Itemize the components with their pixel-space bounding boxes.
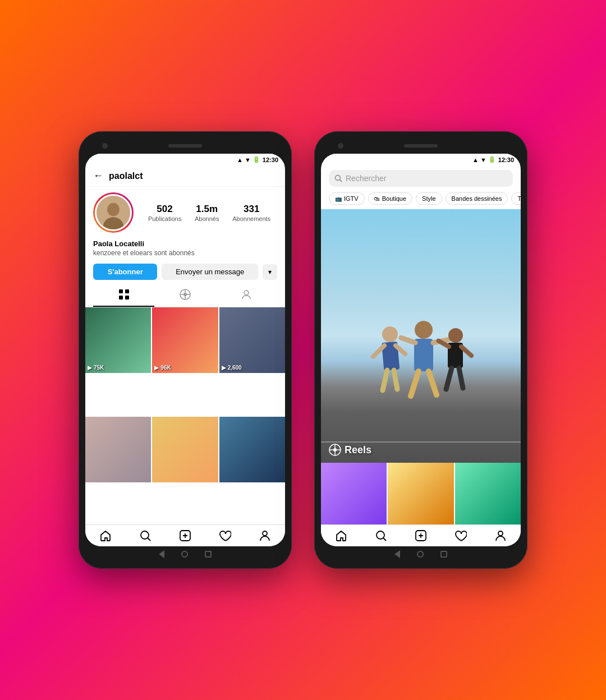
full-name: Paola Locatelli bbox=[93, 240, 277, 248]
nav-profile-left[interactable] bbox=[259, 529, 271, 542]
people-scene bbox=[321, 285, 521, 463]
views-1: 75K bbox=[94, 365, 104, 371]
nav-back-button-left[interactable] bbox=[159, 550, 164, 558]
subscriptions-number: 331 bbox=[244, 204, 259, 215]
nav-recents-button-left[interactable] bbox=[205, 551, 212, 558]
svg-point-34 bbox=[448, 328, 463, 343]
svg-point-20 bbox=[336, 176, 341, 181]
views-3: 2,600 bbox=[228, 365, 242, 371]
grid-overlay-3: ▶ 2,600 bbox=[222, 365, 242, 371]
nav-home-button-left[interactable] bbox=[181, 551, 188, 558]
followers-note: kenzoere et eloears sont abonnés bbox=[93, 249, 277, 257]
stat-publications: 502 Publications bbox=[148, 204, 181, 222]
svg-point-14 bbox=[141, 531, 149, 539]
grid-overlay-2: ▶ 96K bbox=[154, 365, 171, 371]
battery-icon-right: 🔋 bbox=[488, 156, 496, 163]
nav-recents-button-right[interactable] bbox=[440, 551, 447, 558]
time-right: 12:30 bbox=[498, 156, 514, 163]
views-2: 96K bbox=[160, 365, 171, 371]
speaker-left bbox=[168, 144, 202, 148]
camera-dot-left bbox=[102, 143, 108, 149]
tab-reels[interactable] bbox=[154, 283, 215, 307]
grid-item-2[interactable]: ▶ 96K bbox=[152, 307, 218, 373]
grid-item-1[interactable]: ▶ 75K bbox=[85, 307, 151, 373]
avatar-wrapper bbox=[93, 192, 134, 233]
grid-overlay-1: ▶ 75K bbox=[88, 365, 104, 371]
nav-add-left[interactable] bbox=[179, 529, 191, 542]
reels-main-image[interactable]: Reels bbox=[321, 209, 521, 463]
nav-add-right[interactable] bbox=[415, 529, 427, 542]
search-icon bbox=[334, 174, 342, 182]
svg-point-51 bbox=[498, 531, 503, 536]
thumb-1[interactable] bbox=[321, 463, 387, 524]
grid-item-3[interactable]: ▶ 2,600 bbox=[219, 307, 285, 373]
nav-home-button-right[interactable] bbox=[417, 551, 424, 558]
play-icon-2: ▶ bbox=[154, 365, 159, 371]
thumb-3[interactable] bbox=[455, 463, 521, 524]
grid-item-4[interactable] bbox=[85, 417, 151, 482]
chip-style[interactable]: Style bbox=[416, 192, 442, 205]
svg-point-41 bbox=[333, 448, 337, 452]
svg-line-30 bbox=[401, 334, 415, 346]
profile-header: ← paolalct bbox=[85, 165, 285, 187]
svg-point-1 bbox=[107, 203, 120, 217]
status-icons-left: ▲ ▼ 🔋 bbox=[237, 156, 260, 163]
thumb-2[interactable] bbox=[388, 463, 453, 524]
boutique-icon: 🛍 bbox=[374, 196, 380, 202]
search-placeholder-text: Rechercher bbox=[346, 174, 386, 183]
chip-style-label: Style bbox=[422, 195, 435, 202]
chip-tv-label: TV bbox=[517, 195, 521, 202]
chip-bd-label: Bandes dessinées bbox=[452, 195, 502, 202]
chip-boutique-label: Boutique bbox=[382, 195, 406, 202]
svg-rect-3 bbox=[119, 289, 123, 293]
back-button[interactable]: ← bbox=[93, 170, 103, 182]
subscribe-button[interactable]: S'abonner bbox=[93, 264, 157, 280]
svg-line-26 bbox=[383, 370, 387, 390]
nav-activity-right[interactable] bbox=[454, 529, 467, 542]
svg-line-27 bbox=[394, 370, 397, 389]
phone-screen-left: ▲ ▼ 🔋 12:30 ← paolalct bbox=[85, 154, 285, 546]
dropdown-button[interactable]: ▾ bbox=[263, 264, 277, 280]
profile-name-section: Paola Locatelli kenzoere et eloears sont… bbox=[85, 238, 285, 260]
stat-subscriptions: 331 Abonnements bbox=[232, 204, 270, 222]
profile-tabs bbox=[85, 283, 285, 307]
chip-tv[interactable]: TV bbox=[511, 192, 521, 205]
chip-boutique[interactable]: 🛍 Boutique bbox=[368, 192, 412, 205]
svg-point-19 bbox=[263, 531, 267, 536]
svg-line-15 bbox=[148, 538, 150, 541]
signal-icon-left: ▼ bbox=[245, 156, 251, 163]
play-icon-1: ▶ bbox=[88, 365, 92, 371]
publications-label: Publications bbox=[148, 215, 181, 222]
grid-item-5[interactable] bbox=[152, 417, 218, 482]
speaker-right bbox=[404, 144, 438, 148]
nav-profile-right[interactable] bbox=[494, 529, 507, 542]
chip-bd[interactable]: Bandes dessinées bbox=[446, 192, 508, 205]
phone-top-bar-left bbox=[85, 138, 285, 154]
svg-point-8 bbox=[183, 293, 187, 296]
nav-home-left[interactable] bbox=[99, 529, 112, 542]
tab-grid[interactable] bbox=[93, 283, 154, 307]
stat-subscribers: 1.5m Abonnés bbox=[195, 204, 219, 222]
phone-bottom-bar-right bbox=[321, 546, 521, 562]
subscribers-number: 1.5m bbox=[196, 204, 218, 215]
nav-home-right[interactable] bbox=[335, 529, 347, 542]
stats-row: 502 Publications 1.5m Abonnés 331 Abonne… bbox=[141, 204, 277, 222]
tab-tagged[interactable] bbox=[216, 283, 277, 307]
bottom-nav-right bbox=[321, 524, 521, 546]
nav-back-button-right[interactable] bbox=[394, 550, 400, 558]
nav-activity-left[interactable] bbox=[219, 529, 231, 542]
igtv-icon: 📺 bbox=[335, 196, 342, 202]
svg-rect-5 bbox=[119, 296, 123, 300]
action-buttons: S'abonner Envoyer un message ▾ bbox=[85, 260, 285, 283]
message-button[interactable]: Envoyer un message bbox=[162, 264, 258, 280]
photo-grid: ▶ 75K ▶ 96K ▶ 2,600 bbox=[85, 307, 285, 524]
signal-icon-right: ▼ bbox=[480, 156, 486, 163]
search-input-wrapper[interactable]: Rechercher bbox=[329, 170, 513, 187]
nav-search-left[interactable] bbox=[139, 529, 152, 542]
svg-line-47 bbox=[383, 538, 386, 541]
phone-right: ▲ ▼ 🔋 12:30 Rechercher bbox=[314, 131, 527, 569]
nav-search-right[interactable] bbox=[375, 529, 387, 542]
grid-item-6[interactable] bbox=[219, 417, 285, 482]
wifi-icon-right: ▲ bbox=[472, 156, 479, 163]
chip-igtv[interactable]: 📺 IGTV bbox=[329, 192, 365, 205]
